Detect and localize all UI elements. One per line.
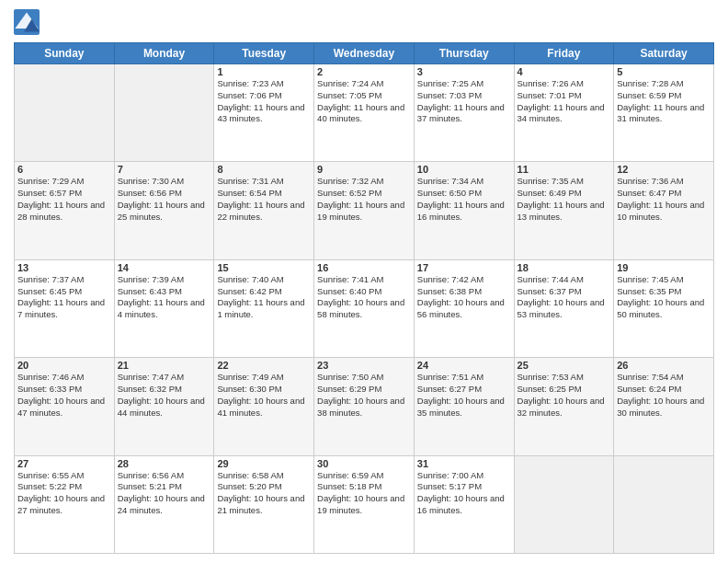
detail-line: Sunrise: 7:24 AM [317,78,383,88]
detail-line: Sunrise: 6:55 AM [17,470,84,480]
detail-line: Sunset: 5:21 PM [118,481,182,491]
detail-line: Sunset: 6:25 PM [518,384,582,394]
calendar-cell: 31Sunrise: 7:00 AMSunset: 5:17 PMDayligh… [414,455,514,553]
calendar-cell: 2Sunrise: 7:24 AMSunset: 7:05 PMDaylight… [314,64,415,162]
day-detail: Sunrise: 6:56 AMSunset: 5:21 PMDaylight:… [118,470,211,517]
detail-line: Sunrise: 6:58 AM [217,470,283,480]
calendar-cell: 24Sunrise: 7:51 AMSunset: 6:27 PMDayligh… [414,358,514,455]
day-number: 10 [417,164,511,175]
day-detail: Sunrise: 7:23 AMSunset: 7:06 PMDaylight:… [217,78,311,125]
day-detail: Sunrise: 7:35 AMSunset: 6:49 PMDaylight:… [518,176,611,223]
calendar-cell [514,455,614,553]
detail-line: Sunrise: 7:53 AM [518,372,584,382]
day-number: 5 [617,66,711,77]
calendar-cell: 13Sunrise: 7:37 AMSunset: 6:45 PMDayligh… [15,259,115,357]
day-number: 3 [417,66,511,77]
detail-line: Daylight: 11 hours and 1 minute. [217,297,304,319]
day-detail: Sunrise: 7:49 AMSunset: 6:30 PMDaylight:… [217,372,311,419]
detail-line: Sunrise: 7:25 AM [417,78,483,88]
day-number: 25 [518,360,611,371]
day-header-tuesday: Tuesday [214,43,314,64]
calendar-cell: 22Sunrise: 7:49 AMSunset: 6:30 PMDayligh… [214,358,314,455]
day-detail: Sunrise: 7:25 AMSunset: 7:03 PMDaylight:… [417,78,511,125]
detail-line: Daylight: 10 hours and 27 minutes. [17,493,105,515]
detail-line: Sunrise: 7:47 AM [118,372,184,382]
detail-line: Sunset: 7:05 PM [317,90,381,100]
day-number: 24 [417,360,511,371]
detail-line: Sunrise: 7:30 AM [118,176,184,186]
day-number: 16 [317,262,411,273]
detail-line: Sunset: 6:42 PM [217,286,281,296]
calendar-cell: 18Sunrise: 7:44 AMSunset: 6:37 PMDayligh… [514,259,614,357]
detail-line: Sunset: 6:50 PM [417,188,482,198]
day-detail: Sunrise: 7:29 AMSunset: 6:57 PMDaylight:… [17,176,111,223]
detail-line: Daylight: 11 hours and 10 minutes. [617,200,704,222]
day-header-saturday: Saturday [614,43,714,64]
day-detail: Sunrise: 7:28 AMSunset: 6:59 PMDaylight:… [617,78,711,125]
detail-line: Daylight: 11 hours and 34 minutes. [518,102,605,124]
detail-line: Sunrise: 7:45 AM [617,274,683,284]
day-number: 18 [518,262,611,273]
detail-line: Sunset: 5:20 PM [217,481,281,491]
day-detail: Sunrise: 7:24 AMSunset: 7:05 PMDaylight:… [317,78,411,125]
detail-line: Sunset: 6:24 PM [617,384,681,394]
logo-icon [14,9,40,35]
detail-line: Daylight: 11 hours and 22 minutes. [217,200,304,222]
detail-line: Daylight: 10 hours and 50 minutes. [617,297,704,319]
day-header-friday: Friday [514,43,614,64]
day-number: 30 [317,458,411,469]
day-detail: Sunrise: 7:39 AMSunset: 6:43 PMDaylight:… [118,274,211,321]
day-number: 21 [118,360,211,371]
day-detail: Sunrise: 7:42 AMSunset: 6:38 PMDaylight:… [417,274,511,321]
day-number: 28 [118,458,211,469]
day-number: 26 [617,360,711,371]
day-detail: Sunrise: 7:36 AMSunset: 6:47 PMDaylight:… [617,176,711,223]
detail-line: Sunset: 7:06 PM [217,90,281,100]
detail-line: Sunset: 6:43 PM [118,286,182,296]
detail-line: Daylight: 11 hours and 13 minutes. [518,200,605,222]
calendar-cell: 25Sunrise: 7:53 AMSunset: 6:25 PMDayligh… [514,358,614,455]
detail-line: Sunrise: 7:37 AM [17,274,84,284]
detail-line: Daylight: 11 hours and 16 minutes. [417,200,505,222]
day-detail: Sunrise: 7:32 AMSunset: 6:52 PMDaylight:… [317,176,411,223]
detail-line: Sunrise: 7:31 AM [217,176,283,186]
week-row-1: 6Sunrise: 7:29 AMSunset: 6:57 PMDaylight… [15,162,714,259]
detail-line: Daylight: 11 hours and 7 minutes. [17,297,105,319]
detail-line: Daylight: 10 hours and 21 minutes. [217,493,304,515]
day-detail: Sunrise: 7:44 AMSunset: 6:37 PMDaylight:… [518,274,611,321]
day-detail: Sunrise: 7:30 AMSunset: 6:56 PMDaylight:… [118,176,211,223]
calendar-cell [614,455,714,553]
detail-line: Daylight: 11 hours and 43 minutes. [217,102,304,124]
detail-line: Daylight: 10 hours and 53 minutes. [518,297,605,319]
detail-line: Sunrise: 7:29 AM [17,176,84,186]
day-detail: Sunrise: 7:46 AMSunset: 6:33 PMDaylight:… [17,372,111,419]
detail-line: Sunrise: 7:54 AM [617,372,683,382]
calendar-cell: 4Sunrise: 7:26 AMSunset: 7:01 PMDaylight… [514,64,614,162]
detail-line: Sunset: 5:18 PM [317,481,381,491]
detail-line: Daylight: 10 hours and 38 minutes. [317,396,404,418]
detail-line: Daylight: 11 hours and 37 minutes. [417,102,505,124]
detail-line: Sunset: 6:35 PM [617,286,681,296]
day-detail: Sunrise: 7:26 AMSunset: 7:01 PMDaylight:… [518,78,611,125]
detail-line: Sunset: 6:49 PM [518,188,582,198]
day-number: 7 [118,164,211,175]
detail-line: Daylight: 10 hours and 16 minutes. [417,493,505,515]
calendar-cell: 29Sunrise: 6:58 AMSunset: 5:20 PMDayligh… [214,455,314,553]
detail-line: Sunrise: 7:26 AM [518,78,584,88]
calendar-cell: 20Sunrise: 7:46 AMSunset: 6:33 PMDayligh… [15,358,115,455]
detail-line: Daylight: 11 hours and 25 minutes. [118,200,205,222]
calendar-cell: 26Sunrise: 7:54 AMSunset: 6:24 PMDayligh… [614,358,714,455]
detail-line: Daylight: 10 hours and 44 minutes. [118,396,205,418]
calendar-cell: 19Sunrise: 7:45 AMSunset: 6:35 PMDayligh… [614,259,714,357]
detail-line: Sunset: 6:27 PM [417,384,482,394]
week-row-3: 20Sunrise: 7:46 AMSunset: 6:33 PMDayligh… [15,358,714,455]
detail-line: Daylight: 11 hours and 4 minutes. [118,297,205,319]
day-detail: Sunrise: 6:55 AMSunset: 5:22 PMDaylight:… [17,470,111,517]
detail-line: Sunrise: 7:28 AM [617,78,683,88]
week-row-4: 27Sunrise: 6:55 AMSunset: 5:22 PMDayligh… [15,455,714,553]
day-detail: Sunrise: 7:41 AMSunset: 6:40 PMDaylight:… [317,274,411,321]
day-detail: Sunrise: 7:50 AMSunset: 6:29 PMDaylight:… [317,372,411,419]
detail-line: Sunrise: 7:49 AM [217,372,283,382]
detail-line: Sunrise: 7:50 AM [317,372,383,382]
detail-line: Sunset: 6:47 PM [617,188,681,198]
